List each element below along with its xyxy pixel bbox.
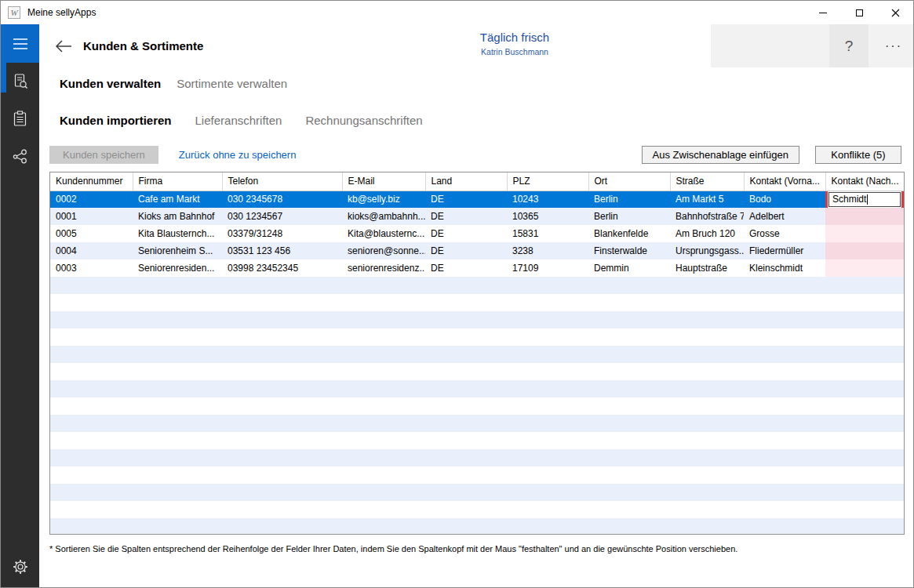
conflicts-button[interactable]: Konflikte (5) [815, 146, 901, 164]
table-cell[interactable]: 15831 [507, 225, 588, 242]
column-header[interactable]: Straße [670, 172, 744, 191]
table-row[interactable]: 0004Seniorenheim S...03531 123 456senior… [50, 242, 904, 260]
table-cell[interactable]: 0002 [50, 191, 133, 208]
app-logo-icon: W [8, 6, 20, 19]
share-icon [11, 147, 30, 166]
sort-hint-note: * Sortieren Sie die Spalten entsprechend… [49, 544, 901, 554]
column-header[interactable]: Land [425, 172, 507, 191]
table-cell[interactable]: Blankenfelde [588, 225, 670, 242]
minimize-button[interactable] [805, 1, 841, 24]
table-cell[interactable]: Kita@blausternc... [342, 225, 425, 242]
table-cell[interactable]: 030 1234567 [222, 208, 342, 225]
table-cell[interactable]: 10243 [507, 191, 588, 208]
table-header-row: KundennummerFirmaTelefonE-MailLandPLZOrt… [50, 172, 904, 191]
table-cell[interactable]: 03379/31248 [222, 225, 342, 242]
tab-kunden-verwalten[interactable]: Kunden verwalten [60, 77, 161, 90]
table-cell[interactable]: Seniorenheim S... [133, 242, 222, 260]
table-cell[interactable]: Adelbert [744, 208, 825, 225]
column-header[interactable]: PLZ [507, 172, 588, 191]
table-cell[interactable]: Demmin [588, 260, 670, 277]
table-cell[interactable]: 03998 23452345 [222, 260, 342, 277]
close-button[interactable] [877, 1, 913, 24]
maximize-button[interactable] [841, 1, 877, 24]
nachname-edit-input[interactable]: Schmidt [828, 192, 901, 208]
table-cell[interactable]: 03531 123 456 [222, 242, 342, 260]
table-cell[interactable]: Ursprungsgass... [670, 242, 744, 260]
table-cell[interactable]: Berlin [588, 191, 670, 208]
edit-text: Schmidt [832, 194, 866, 205]
table-cell[interactable]: Kita Blausternch... [133, 225, 222, 242]
table-cell[interactable]: 0004 [50, 242, 133, 260]
tab-sortimente-verwalten[interactable]: Sortimente verwalten [177, 77, 287, 90]
table-cell[interactable] [825, 208, 904, 225]
paste-from-clipboard-button[interactable]: Aus Zwischenablage einfügen [642, 146, 799, 164]
menu-icon [13, 38, 28, 50]
table-cell[interactable]: DE [425, 260, 507, 277]
tab-lieferanschriften[interactable]: Lieferanschriften [195, 114, 282, 127]
back-arrow-icon [54, 38, 73, 54]
customers-table: KundennummerFirmaTelefonE-MailLandPLZOrt… [50, 172, 904, 277]
column-header[interactable]: E-Mail [342, 172, 425, 191]
table-cell[interactable]: Kleinschmidt [744, 260, 825, 277]
table-cell[interactable]: Grosse [744, 225, 825, 242]
help-button[interactable]: ? [829, 24, 868, 67]
menu-button[interactable] [1, 24, 39, 63]
sidebar-item-listen[interactable] [1, 100, 39, 138]
table-cell[interactable]: 0005 [50, 225, 133, 242]
column-header[interactable]: Ort [588, 172, 670, 191]
back-button[interactable] [50, 33, 77, 60]
tab-rechnungsanschriften[interactable]: Rechnungsanschriften [305, 114, 422, 127]
back-without-saving-link[interactable]: Zurück ohne zu speichern [179, 149, 297, 161]
table-cell[interactable]: seniorenresidenz... [342, 260, 425, 277]
page-header: Kunden & Sortimente Täglich frisch Katri… [39, 24, 913, 67]
table-cell[interactable]: 3238 [507, 242, 588, 260]
column-header[interactable]: Kundennummer [50, 172, 133, 191]
table-row[interactable]: 0005Kita Blausternch...03379/31248Kita@b… [50, 225, 904, 242]
table-cell[interactable]: 030 2345678 [222, 191, 342, 208]
column-header[interactable]: Firma [133, 172, 222, 191]
table-cell[interactable]: Kioks am Bahnhof [133, 208, 222, 225]
table-cell[interactable]: Schmidt [825, 191, 904, 208]
save-customers-button[interactable]: Kunden speichern [49, 146, 158, 164]
table-cell[interactable]: Hauptstraße [670, 260, 744, 277]
table-cell[interactable]: Am Markt 5 [670, 191, 744, 208]
table-cell[interactable]: DE [425, 191, 507, 208]
table-cell[interactable]: DE [425, 242, 507, 260]
table-cell[interactable]: 0001 [50, 208, 133, 225]
secondary-tabs: Kunden importieren Lieferanschriften Rec… [60, 114, 913, 127]
table-cell[interactable]: 10365 [507, 208, 588, 225]
tab-kunden-importieren[interactable]: Kunden importieren [60, 114, 172, 127]
table-cell[interactable]: kb@selly.biz [342, 191, 425, 208]
sidebar-item-kunden[interactable] [1, 63, 39, 100]
table-cell[interactable] [825, 260, 904, 277]
table-cell[interactable]: senioren@sonne... [342, 242, 425, 260]
table-cell[interactable]: kioks@ambahnh... [342, 208, 425, 225]
table-row[interactable]: 0003Seniorenresiden...03998 23452345seni… [50, 260, 904, 277]
empty-rows-area [50, 277, 904, 534]
table-row[interactable]: 0002Cafe am Markt030 2345678kb@selly.biz… [50, 191, 904, 208]
more-button[interactable]: ··· [874, 24, 913, 67]
table-cell[interactable]: 17109 [507, 260, 588, 277]
table-cell[interactable]: DE [425, 225, 507, 242]
sidebar-item-settings[interactable] [1, 548, 39, 586]
column-header[interactable]: Kontakt (Nach... [825, 172, 904, 191]
close-icon [891, 9, 900, 17]
table-cell[interactable]: 0003 [50, 260, 133, 277]
table-cell[interactable]: DE [425, 208, 507, 225]
help-icon: ? [845, 38, 854, 55]
table-cell[interactable]: Fliedermüller [744, 242, 825, 260]
table-cell[interactable]: Finsterwalde [588, 242, 670, 260]
table-row[interactable]: 0001Kioks am Bahnhof030 1234567kioks@amb… [50, 208, 904, 225]
table-cell[interactable]: Cafe am Markt [133, 191, 222, 208]
table-cell[interactable]: Bahnhofstraße 7 [670, 208, 744, 225]
column-header[interactable]: Kontakt (Vorna... [744, 172, 825, 191]
sidebar-item-verbindungen[interactable] [1, 138, 39, 176]
column-header[interactable]: Telefon [222, 172, 342, 191]
maximize-icon [856, 9, 863, 16]
table-cell[interactable] [825, 242, 904, 260]
table-cell[interactable]: Bodo [744, 191, 825, 208]
table-cell[interactable]: Am Bruch 120 [670, 225, 744, 242]
table-cell[interactable]: Seniorenresiden... [133, 260, 222, 277]
table-cell[interactable] [825, 225, 904, 242]
table-cell[interactable]: Berlin [588, 208, 670, 225]
